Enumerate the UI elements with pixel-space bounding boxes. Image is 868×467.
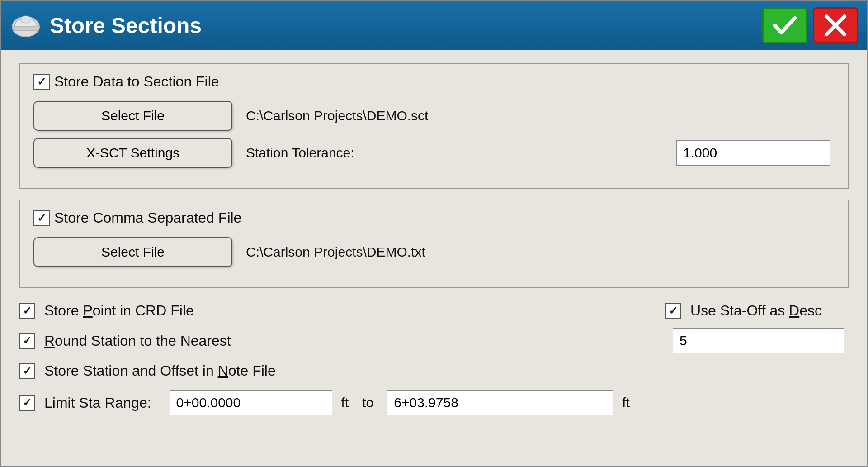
title-text: Store Sections — [50, 13, 762, 38]
round-station-row: Round Station to the Nearest — [19, 328, 849, 353]
store-station-offset-checkbox[interactable] — [19, 363, 35, 379]
section-comma-separated: Store Comma Separated File Select File C… — [19, 200, 849, 288]
titlebar-buttons — [762, 7, 858, 43]
store-station-offset-row: Store Station and Offset in Note File — [19, 362, 849, 379]
store-data-checkbox[interactable] — [33, 74, 50, 90]
section1-header: Store Data to Section File — [33, 73, 835, 90]
main-window: Store Sections Store Data to Section Fil… — [0, 0, 868, 467]
x-icon — [822, 12, 849, 39]
hard-hat-icon — [10, 10, 42, 41]
store-station-offset-label: Store Station and Offset in Note File — [44, 362, 276, 379]
section2-header: Store Comma Separated File — [33, 210, 835, 226]
store-point-label: Store Point in CRD File — [44, 302, 194, 319]
store-csv-checkbox[interactable] — [33, 210, 50, 226]
xsct-settings-button[interactable]: X-SCT Settings — [33, 138, 232, 168]
section-data-to-file: Store Data to Section File Select File C… — [19, 63, 849, 189]
ft-label-1: ft — [341, 395, 349, 410]
store-csv-label: Store Comma Separated File — [54, 210, 241, 226]
limit-sta-range-label: Limit Sta Range: — [44, 395, 151, 411]
store-point-row: Store Point in CRD File Use Sta-Off as D… — [19, 302, 849, 319]
sta-range-start-input[interactable] — [170, 390, 332, 415]
store-point-checkbox[interactable] — [19, 303, 35, 319]
sta-range-end-input[interactable] — [387, 390, 613, 415]
round-station-input[interactable] — [673, 328, 844, 353]
select-file-row: Select File C:\Carlson Projects\DEMO.sct — [33, 101, 835, 131]
round-station-checkbox[interactable] — [19, 333, 35, 349]
content-area: Store Data to Section File Select File C… — [1, 50, 867, 466]
use-sta-off-checkbox[interactable] — [665, 303, 681, 319]
file-path-2: C:\Carlson Projects\DEMO.txt — [246, 244, 425, 260]
round-station-label: Round Station to the Nearest — [44, 333, 231, 349]
ok-button[interactable] — [762, 7, 807, 43]
to-label: to — [362, 395, 373, 410]
checkmark-icon — [771, 12, 798, 39]
select-csv-file-row: Select File C:\Carlson Projects\DEMO.txt — [33, 237, 835, 267]
file-path-1: C:\Carlson Projects\DEMO.sct — [246, 108, 428, 124]
svg-rect-1 — [14, 27, 38, 30]
limit-sta-range-row: Limit Sta Range: ft to ft — [19, 390, 849, 415]
select-file-button-2[interactable]: Select File — [33, 237, 232, 267]
xsct-row: X-SCT Settings Station Tolerance: — [33, 138, 835, 168]
svg-point-2 — [20, 16, 31, 23]
station-tolerance-label: Station Tolerance: — [246, 145, 354, 161]
select-file-button-1[interactable]: Select File — [33, 101, 232, 131]
use-sta-off-label: Use Sta-Off as Desc — [690, 302, 822, 319]
cancel-button[interactable] — [813, 7, 858, 43]
store-data-label: Store Data to Section File — [54, 73, 219, 90]
limit-sta-range-checkbox[interactable] — [19, 395, 35, 411]
station-tolerance-input[interactable] — [676, 140, 830, 166]
ft-label-2: ft — [622, 395, 630, 410]
titlebar: Store Sections — [1, 1, 867, 50]
